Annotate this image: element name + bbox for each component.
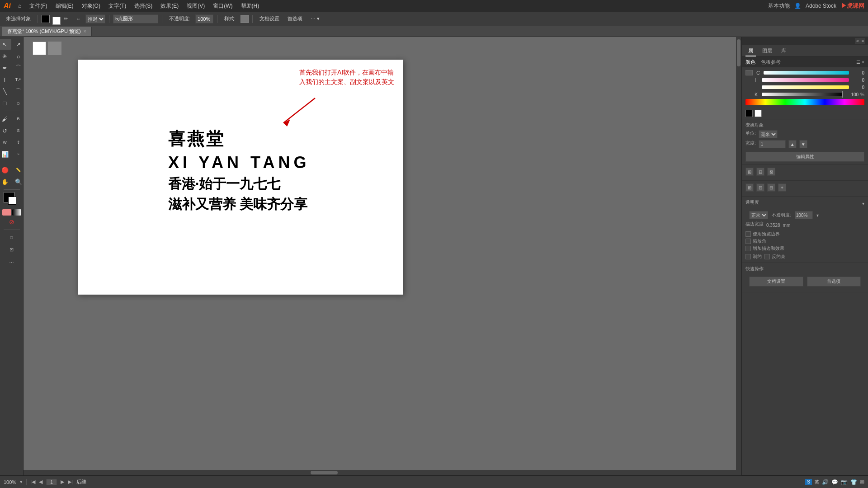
transparency-expand-icon[interactable]: ▾ <box>862 201 864 206</box>
rotate-tool[interactable]: ↺ <box>0 125 11 136</box>
paintbrush-tool[interactable]: 🖌 <box>0 113 11 124</box>
lasso-tool[interactable]: ⌕ <box>12 51 24 61</box>
preview-checkbox[interactable] <box>745 231 751 237</box>
prev-page-btn[interactable]: |◀ <box>30 479 35 485</box>
color-tab-label[interactable]: 颜色 <box>745 59 755 66</box>
graph-tool[interactable]: 📊 <box>0 149 11 160</box>
canvas-swatches[interactable] <box>33 42 61 55</box>
hand-tool[interactable]: ✋ <box>0 176 11 187</box>
fill-stroke-box[interactable] <box>4 192 20 208</box>
channel-k-slider[interactable] <box>762 93 843 96</box>
v-scrollbar[interactable] <box>736 37 741 470</box>
next-page-btn[interactable]: ▶ <box>61 479 64 485</box>
prev-page2-btn[interactable]: ◀ <box>39 479 42 485</box>
next-page2-btn[interactable]: ▶| <box>68 479 73 485</box>
width-input-prop[interactable] <box>759 140 786 148</box>
qa-preferences-btn[interactable]: 首选项 <box>807 277 861 286</box>
color-panel-menu-icon[interactable]: ☰ × <box>856 60 864 65</box>
rect-tool[interactable]: □ <box>0 98 11 108</box>
arc-tool[interactable]: ⌒ <box>12 86 24 97</box>
preferences-btn[interactable]: 首选项 <box>284 14 306 23</box>
down-arrow-btn[interactable]: ▼ <box>799 140 807 148</box>
stroke-box[interactable] <box>8 197 16 205</box>
snap-icon3[interactable]: ⊟ <box>767 183 775 192</box>
menu-home-icon[interactable]: ⌂ <box>14 2 25 10</box>
constrain-checkbox[interactable] <box>745 254 751 259</box>
more-options-icon[interactable]: ⋯ ▾ <box>307 14 323 23</box>
stroke-swatch[interactable] <box>52 17 61 25</box>
qa-doc-setup-btn[interactable]: 文档设置 <box>749 277 803 286</box>
white-swatch[interactable] <box>755 110 762 117</box>
grid-icon3[interactable]: ⊠ <box>767 168 775 176</box>
menu-text[interactable]: 文字(T) <box>105 1 130 11</box>
snap-icon4[interactable]: + <box>778 183 786 192</box>
reverse-checkbox[interactable] <box>764 254 770 259</box>
color-preview-swatch[interactable] <box>745 70 753 75</box>
snap-icon1[interactable]: ⊞ <box>745 183 754 192</box>
canvas-swatch-gray[interactable] <box>48 42 61 55</box>
doc-setup-btn[interactable]: 文档设置 <box>256 14 283 23</box>
add-effect-checkbox[interactable] <box>745 246 751 251</box>
menu-effect[interactable]: 效果(E) <box>157 1 182 11</box>
menu-select[interactable]: 选择(S) <box>131 1 156 11</box>
measure-tool[interactable]: 📏 <box>12 164 24 175</box>
up-arrow-btn[interactable]: ▲ <box>788 140 797 148</box>
gradient-btn[interactable] <box>12 209 21 216</box>
opacity-input[interactable] <box>195 14 213 23</box>
page-number-input[interactable] <box>46 479 57 485</box>
touch-type-tool[interactable]: T↗ <box>12 74 24 85</box>
canvas-swatch-white[interactable] <box>33 42 46 55</box>
grid-icon2[interactable]: ⊟ <box>756 168 764 176</box>
adobe-account-icon[interactable]: 👤 <box>794 3 801 9</box>
stroke-fill-swatches[interactable] <box>42 15 59 23</box>
blob-tool[interactable]: B <box>12 113 24 124</box>
menu-view[interactable]: 视图(V) <box>183 1 208 11</box>
color-panel-header[interactable]: 颜色 色板参考 ☰ × <box>742 57 868 67</box>
eyedropper-tool[interactable]: 🔴 <box>0 164 11 175</box>
scale-stroke-checkbox[interactable] <box>745 239 751 244</box>
brush-icon[interactable]: ↔ <box>73 15 84 23</box>
expand-icon[interactable]: » <box>860 38 865 44</box>
screen-mode-btn[interactable]: ⊡ <box>5 244 18 255</box>
data-tool[interactable]: ~ <box>12 149 24 160</box>
width-tool[interactable]: ⇕ <box>12 137 24 148</box>
stroke-tool-icon[interactable]: ✏ <box>61 14 71 23</box>
more-tools-btn[interactable]: … <box>5 256 18 267</box>
channel-y-slider[interactable] <box>762 85 849 89</box>
curvature-tool[interactable]: ⌒ <box>12 62 24 73</box>
line-tool[interactable]: ╲ <box>0 86 11 97</box>
opacity-arrow-icon[interactable]: ▾ <box>816 213 819 218</box>
menu-window[interactable]: 窗口(W) <box>209 1 236 11</box>
direct-selection-tool[interactable]: ↗ <box>12 39 24 50</box>
stroke-type-select[interactable]: 推迟 <box>85 14 105 23</box>
adobe-stock-label[interactable]: Adobe Stock <box>806 3 836 9</box>
style-swatch[interactable] <box>241 15 249 23</box>
ellipse-tool[interactable]: ○ <box>12 98 24 108</box>
tab-close-btn[interactable]: × <box>84 29 86 34</box>
unit-select[interactable]: 毫米 <box>759 130 778 138</box>
fill-swatch[interactable] <box>42 15 50 23</box>
magic-wand-tool[interactable]: ✳ <box>0 51 11 61</box>
blend-mode-select[interactable]: 正常 <box>749 211 768 219</box>
black-swatch[interactable] <box>745 110 753 117</box>
menu-object[interactable]: 对象(O) <box>78 1 104 11</box>
edit-props-btn[interactable]: 编辑属性 <box>745 152 864 162</box>
grid-icon1[interactable]: ⊞ <box>745 168 754 176</box>
tab-properties[interactable]: 属 <box>745 46 756 56</box>
opacity-input-trans[interactable] <box>795 211 813 219</box>
draw-mode-btn[interactable]: □ <box>5 232 18 243</box>
scale-tool[interactable]: S <box>12 125 24 136</box>
tab-library[interactable]: 库 <box>778 46 789 56</box>
swatches-tab-label[interactable]: 色板参考 <box>761 59 781 66</box>
h-scrollbar[interactable] <box>24 470 741 475</box>
menu-file[interactable]: 文件(F) <box>26 1 51 11</box>
stroke-shape-input[interactable] <box>113 14 158 23</box>
snap-icon2[interactable]: ⊡ <box>756 183 764 192</box>
warp-tool[interactable]: W <box>0 137 11 148</box>
color-spectrum-bar[interactable] <box>745 99 864 105</box>
type-tool[interactable]: T <box>0 74 11 85</box>
zoom-level[interactable]: 100% <box>4 479 16 485</box>
menu-edit[interactable]: 编辑(E) <box>52 1 77 11</box>
pen-tool[interactable]: ✒ <box>0 62 11 73</box>
zoom-tool[interactable]: 🔍 <box>12 176 24 187</box>
